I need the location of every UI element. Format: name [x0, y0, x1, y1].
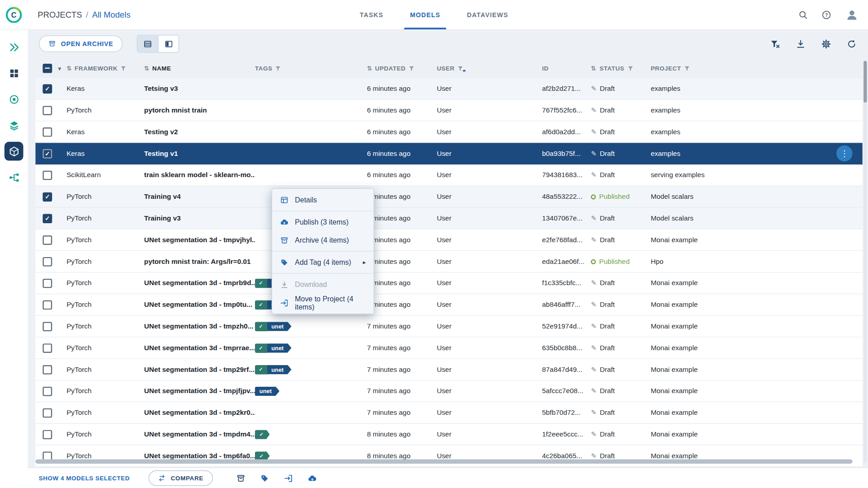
- tab-tasks[interactable]: TASKS: [358, 0, 385, 29]
- filter-icon[interactable]: [408, 65, 414, 71]
- name-cell[interactable]: pytorch mnist train: [144, 106, 255, 114]
- table-row[interactable]: PyTorch UNet segmentation 3d - tmpzh0...…: [35, 316, 862, 338]
- menu-item-details[interactable]: Details: [272, 191, 373, 209]
- row-checkbox[interactable]: [42, 300, 52, 310]
- name-cell[interactable]: UNet segmentation 3d - tmp29rf...: [144, 366, 255, 373]
- name-cell[interactable]: pytorch mnist train: Args/lr=0.01: [144, 258, 255, 265]
- vertical-scrollbar[interactable]: [863, 61, 867, 463]
- sidebar-item-chevrons[interactable]: [5, 38, 24, 56]
- card-view-button[interactable]: [158, 35, 179, 52]
- table-view-button[interactable]: [137, 35, 158, 52]
- row-checkbox[interactable]: [42, 127, 52, 136]
- column-tags[interactable]: TAGS: [255, 65, 367, 71]
- horizontal-scrollbar[interactable]: [35, 459, 852, 464]
- name-cell[interactable]: Training v4: [144, 193, 255, 201]
- name-cell[interactable]: UNet segmentation 3d - tmp0tu...: [144, 301, 255, 309]
- open-archive-button[interactable]: OPEN ARCHIVE: [39, 35, 123, 52]
- name-cell[interactable]: Testing v1: [144, 150, 255, 157]
- selection-caret-icon[interactable]: [58, 65, 61, 71]
- column-project[interactable]: PROJECT: [651, 65, 862, 71]
- row-checkbox[interactable]: [42, 235, 52, 244]
- column-framework[interactable]: FRAMEWORK: [66, 65, 144, 72]
- filter-off-button[interactable]: [770, 38, 780, 49]
- table-row[interactable]: PyTorch UNet segmentation 3d - tmprb9d..…: [35, 272, 862, 294]
- name-cell[interactable]: Testing v2: [144, 128, 255, 136]
- search-button[interactable]: [798, 9, 808, 19]
- name-cell[interactable]: UNet segmentation 3d - tmprrae...: [144, 344, 255, 352]
- tab-dataviews[interactable]: DATAVIEWS: [465, 0, 510, 29]
- column-name[interactable]: NAME: [144, 65, 255, 72]
- sort-icon[interactable]: [367, 65, 373, 72]
- selection-summary[interactable]: SHOW 4 MODELS SELECTED: [39, 475, 130, 482]
- row-checkbox[interactable]: [42, 322, 52, 331]
- refresh-button[interactable]: [846, 38, 857, 49]
- table-row[interactable]: PyTorch pytorch mnist train 6 minutes ag…: [35, 100, 862, 122]
- breadcrumb-current[interactable]: All Models: [92, 10, 131, 19]
- name-cell[interactable]: Training v3: [144, 214, 255, 222]
- download-button[interactable]: [795, 38, 806, 49]
- name-cell[interactable]: UNet segmentation 3d - tmpvjhyl...: [144, 236, 255, 244]
- row-checkbox[interactable]: [42, 365, 52, 374]
- row-checkbox[interactable]: [42, 106, 52, 115]
- column-user[interactable]: USER: [437, 65, 542, 71]
- row-checkbox[interactable]: [42, 170, 52, 180]
- tab-models[interactable]: MODELS: [408, 0, 442, 29]
- table-row[interactable]: PyTorch Training v4 6 minutes ago User 4…: [35, 186, 862, 208]
- row-checkbox[interactable]: [42, 149, 52, 158]
- help-button[interactable]: [821, 9, 831, 19]
- sidebar-item-grid[interactable]: [5, 64, 24, 83]
- column-status[interactable]: STATUS: [591, 65, 651, 72]
- app-logo[interactable]: C: [0, 0, 28, 29]
- tag-selected-button[interactable]: [260, 474, 269, 483]
- sidebar-item-circle-dot[interactable]: [5, 90, 24, 109]
- sidebar-item-flow[interactable]: [5, 168, 24, 187]
- filter-active-icon[interactable]: [458, 65, 463, 71]
- menu-item-move[interactable]: Move to Project (4 items): [272, 294, 373, 312]
- menu-item-publish[interactable]: Publish (3 items): [272, 213, 373, 231]
- table-row[interactable]: PyTorch UNet segmentation 3d - tmp2kr0..…: [35, 402, 862, 424]
- archive-selected-button[interactable]: [236, 474, 245, 483]
- table-row[interactable]: Keras Testing v1 6 minutes ago User b0a9…: [35, 143, 862, 164]
- name-cell[interactable]: Tetsing v3: [144, 85, 255, 93]
- table-row[interactable]: PyTorch UNet segmentation 3d - tmpjfjpv.…: [35, 380, 862, 402]
- sidebar-item-cube[interactable]: [5, 142, 24, 161]
- breadcrumb-root[interactable]: PROJECTS: [38, 10, 82, 19]
- sidebar-item-layers[interactable]: [5, 116, 24, 135]
- column-id[interactable]: ID: [542, 65, 591, 71]
- name-cell[interactable]: train sklearn model - sklearn-mo...: [144, 171, 255, 179]
- row-checkbox[interactable]: [42, 192, 52, 202]
- table-row[interactable]: PyTorch Training v3 6 minutes ago User 1…: [35, 208, 862, 230]
- sort-icon[interactable]: [144, 65, 150, 72]
- table-row[interactable]: PyTorch UNet segmentation 3d - tmp6fa0..…: [35, 446, 862, 467]
- filter-icon[interactable]: [275, 65, 281, 71]
- filter-icon[interactable]: [627, 65, 633, 71]
- name-cell[interactable]: UNet segmentation 3d - tmp6fa0...: [144, 452, 255, 460]
- menu-item-archive[interactable]: Archive (4 items): [272, 231, 373, 249]
- table-row[interactable]: PyTorch UNet segmentation 3d - tmp29rf..…: [35, 359, 862, 380]
- row-checkbox[interactable]: [42, 343, 52, 353]
- table-row[interactable]: ScikitLearn train sklearn model - sklear…: [35, 164, 862, 186]
- menu-item-tag[interactable]: Add Tag (4 items): [272, 253, 373, 271]
- table-row[interactable]: Keras Tetsing v3 6 minutes ago User af2b…: [35, 78, 862, 100]
- name-cell[interactable]: UNet segmentation 3d - tmp2kr0...: [144, 409, 255, 417]
- table-row[interactable]: PyTorch pytorch mnist train: Args/lr=0.0…: [35, 251, 862, 272]
- table-row[interactable]: Keras Testing v2 6 minutes ago User af6d…: [35, 122, 862, 143]
- select-all-checkbox[interactable]: [42, 63, 52, 73]
- row-checkbox[interactable]: [42, 408, 52, 418]
- column-updated[interactable]: UPDATED: [367, 65, 437, 72]
- name-cell[interactable]: UNet segmentation 3d - tmpzh0...: [144, 323, 255, 330]
- name-cell[interactable]: UNet segmentation 3d - tmpjfjpv...: [144, 387, 255, 395]
- gear-button[interactable]: [821, 38, 831, 49]
- name-cell[interactable]: UNet segmentation 3d - tmprb9d...: [144, 279, 255, 287]
- sort-icon[interactable]: [66, 65, 72, 72]
- filter-icon[interactable]: [120, 65, 126, 71]
- row-checkbox[interactable]: [42, 257, 52, 266]
- sort-icon[interactable]: [591, 65, 596, 72]
- row-checkbox[interactable]: [42, 278, 52, 288]
- name-cell[interactable]: UNet segmentation 3d - tmpdm4...: [144, 431, 255, 438]
- row-checkbox[interactable]: [42, 84, 52, 94]
- publish-selected-button[interactable]: [307, 474, 317, 483]
- table-row[interactable]: PyTorch UNet segmentation 3d - tmp0tu...…: [35, 294, 862, 316]
- scrollbar-thumb[interactable]: [863, 61, 867, 103]
- user-avatar[interactable]: [845, 8, 859, 22]
